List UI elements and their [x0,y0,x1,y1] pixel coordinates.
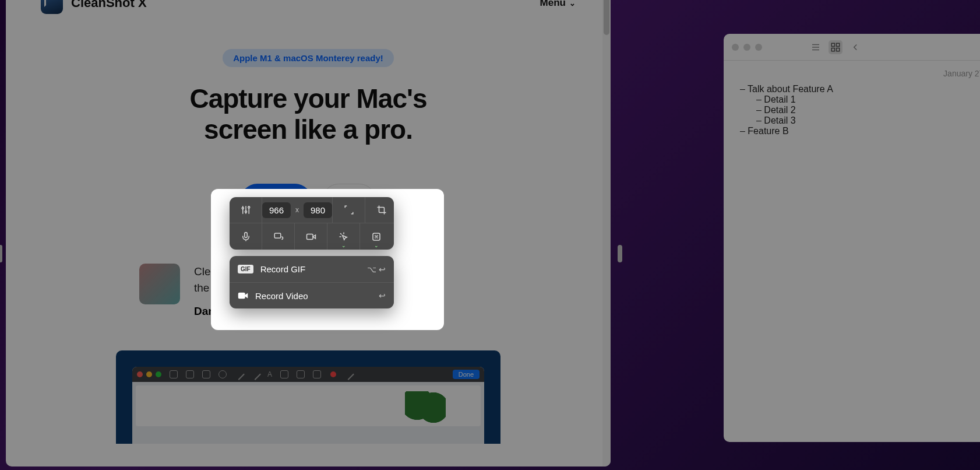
pen-tool-icon[interactable] [343,369,354,380]
recording-selection[interactable]: 966 x 980 ⌄ [211,189,444,330]
keystrokes-icon[interactable]: ⌘ ⌄ [360,223,393,250]
close-icon[interactable] [137,371,143,377]
compat-badge: Apple M1 & macOS Monterey ready! [223,49,394,67]
svg-rect-15 [274,233,281,238]
record-video-button[interactable]: Record Video ↩ [230,282,394,308]
record-actions-panel: GIF Record GIF ⌥ ↩ Record Video ↩ [230,256,394,308]
window-resize-handle-right[interactable] [618,245,622,262]
back-icon[interactable] [848,40,862,54]
note-date: January 27, 2022 at 9:27 [740,69,980,78]
window-resize-handle-left[interactable] [0,245,2,262]
step-tool-icon[interactable] [313,370,321,378]
minimize-icon[interactable] [146,371,152,377]
text-tool-icon[interactable]: A [267,370,272,378]
brand[interactable]: CleanShot X [41,0,147,14]
webcam-icon[interactable] [295,223,327,250]
traffic-lights[interactable] [732,44,762,51]
brand-name: CleanShot X [71,0,147,10]
record-dot-icon[interactable] [330,371,336,377]
chevron-down-icon: ⌄ [569,0,576,8]
check-icon: ⌄ [341,243,346,248]
demo-screenshot: A Done [116,350,500,444]
svg-point-10 [245,211,246,213]
crop-icon[interactable] [365,197,394,223]
notes-list[interactable]: Talk about Feature ADetail 1Detail 2Deta… [740,84,980,136]
note-item[interactable]: Detail 2 [756,105,980,115]
line-tool-icon[interactable] [233,369,245,380]
recording-config-panel: 966 x 980 ⌄ [230,197,394,250]
menu-label: Menu [540,0,566,9]
svg-point-12 [248,206,249,208]
svg-rect-13 [244,232,247,237]
highlight-tool-icon[interactable] [202,370,210,378]
demo-canvas [136,385,481,426]
note-item[interactable]: Talk about Feature A [740,84,980,94]
svg-rect-5 [831,48,834,51]
svg-point-8 [242,208,244,209]
dimensions-display: 966 x 980 [262,197,333,223]
avatar [139,264,180,304]
svg-rect-6 [837,48,840,51]
notes-toolbar [724,34,980,61]
hero-line1: Capture your Mac's [189,83,426,114]
note-item[interactable]: Detail 1 [756,94,980,105]
grid-view-icon[interactable] [829,40,842,54]
microphone-icon[interactable] [230,223,262,250]
fullscreen-icon[interactable] [333,197,365,223]
hero-title: Capture your Mac's screen like a pro. [6,83,611,145]
check-icon: ⌄ [374,243,379,248]
video-shortcut: ↩ [379,291,386,300]
list-view-icon[interactable] [809,40,823,54]
app-logo-icon [41,0,63,14]
x-separator: x [295,206,299,214]
menu-button[interactable]: Menu ⌄ [540,0,576,9]
settings-icon[interactable] [230,197,262,223]
note-item[interactable]: Detail 3 [756,115,980,126]
record-gif-button[interactable]: GIF Record GIF ⌥ ↩ [230,256,394,282]
svg-text:⌘: ⌘ [374,234,379,240]
gif-badge-icon: GIF [238,265,253,273]
width-value[interactable]: 966 [262,202,291,218]
svg-line-18 [340,233,341,234]
record-video-label: Record Video [255,291,308,301]
done-button[interactable]: Done [453,370,480,379]
hero-line2: screen like a pro. [204,114,413,145]
crop-tool-icon[interactable] [170,370,178,378]
svg-rect-16 [306,234,313,239]
zoom-icon[interactable] [156,371,161,377]
svg-rect-23 [239,293,245,299]
system-audio-icon[interactable] [262,223,295,250]
height-value[interactable]: 980 [304,202,332,218]
click-highlight-icon[interactable]: ⌄ [327,223,360,250]
counter-tool-icon[interactable] [297,370,305,378]
pixelate-tool-icon[interactable] [280,370,288,378]
rect-tool-icon[interactable] [186,370,194,378]
notes-window: January 27, 2022 at 9:27 Talk about Feat… [724,34,980,442]
gif-shortcut: ⌥ ↩ [367,265,386,274]
circle-tool-icon[interactable] [218,370,227,378]
svg-rect-4 [837,43,840,46]
arrow-tool-icon[interactable] [249,369,261,380]
record-gif-label: Record GIF [260,264,306,274]
note-item[interactable]: Feature B [740,126,980,136]
video-icon [238,290,248,301]
svg-rect-3 [831,43,834,46]
